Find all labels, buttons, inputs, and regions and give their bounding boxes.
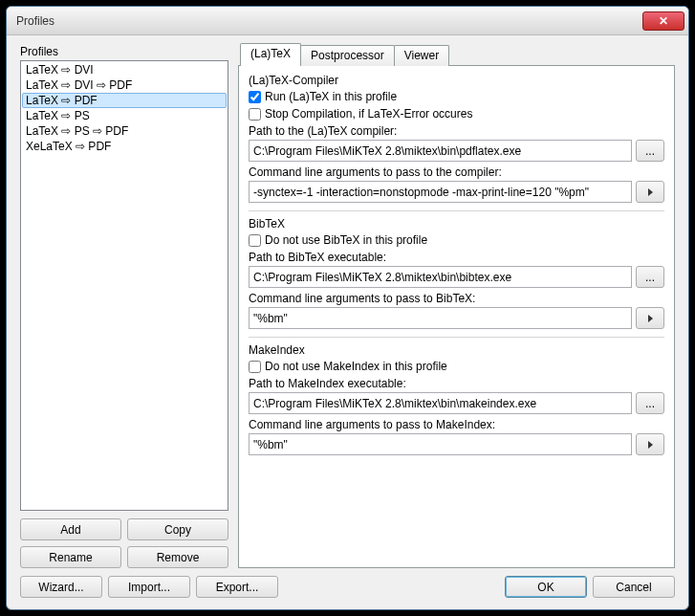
group-title-bibtex: BibTeX [249,217,664,231]
stop-on-error-label: Stop Compilation, if LaTeX-Error occures [265,107,472,121]
bibtex-args-label: Command line arguments to pass to BibTeX… [249,292,664,305]
add-button[interactable]: Add [20,518,121,540]
browse-bibtex-path-button[interactable]: ... [636,266,664,288]
cancel-button[interactable]: Cancel [593,576,675,598]
group-bibtex: BibTeX Do not use BibTeX in this profile… [249,217,664,329]
makeindex-args-input[interactable] [249,433,632,455]
tab-postprocessor[interactable]: Postprocessor [300,45,395,66]
ok-button[interactable]: OK [505,576,587,598]
group-makeindex: MakeIndex Do not use MakeIndex in this p… [249,343,664,455]
group-title-latex: (La)TeX-Compiler [249,74,664,87]
bibtex-args-input[interactable] [249,307,632,329]
skip-bibtex-label: Do not use BibTeX in this profile [265,233,427,247]
tab-latex[interactable]: (La)TeX [240,43,301,66]
makeindex-path-input[interactable] [249,392,632,414]
bibtex-path-row: ... [249,266,664,288]
profiles-dialog: Profiles ✕ Profiles LaTeX ⇨ DVILaTeX ⇨ D… [6,6,689,610]
latex-args-row [249,181,664,203]
bibtex-args-menu-button[interactable] [636,307,664,329]
separator [249,210,664,211]
latex-path-row: ... [249,140,664,162]
tab-bar: (La)TeX Postprocessor Viewer [238,45,675,66]
list-item[interactable]: XeLaTeX ⇨ PDF [22,139,227,154]
rename-button[interactable]: Rename [20,546,121,568]
list-item[interactable]: LaTeX ⇨ DVI [22,62,227,77]
makeindex-args-row [249,433,664,455]
profiles-label: Profiles [20,45,228,58]
ellipsis-icon: ... [645,271,655,284]
ellipsis-icon: ... [645,397,655,410]
browse-makeindex-path-button[interactable]: ... [636,392,664,414]
latex-path-label: Path to the (La)TeX compiler: [249,124,664,138]
group-title-makeindex: MakeIndex [249,343,664,357]
copy-button[interactable]: Copy [127,518,228,540]
wizard-button[interactable]: Wizard... [20,576,102,598]
window-title: Profiles [16,14,642,28]
skip-makeindex-label: Do not use MakeIndex in this profile [265,360,447,373]
main-row: Profiles LaTeX ⇨ DVILaTeX ⇨ DVI ⇨ PDFLaT… [20,45,675,568]
arrow-right-icon [648,315,653,322]
arrow-right-icon [648,188,653,196]
list-item[interactable]: LaTeX ⇨ PS ⇨ PDF [22,123,227,139]
makeindex-path-label: Path to MakeIndex executable: [249,377,664,390]
run-latex-label: Run (La)TeX in this profile [265,90,397,103]
list-item[interactable]: LaTeX ⇨ DVI ⇨ PDF [22,77,227,93]
remove-button[interactable]: Remove [127,546,228,568]
ellipsis-icon: ... [645,144,655,158]
close-icon: ✕ [659,14,668,28]
makeindex-args-menu-button[interactable] [636,433,664,455]
latex-path-input[interactable] [249,140,632,162]
latex-args-menu-button[interactable] [636,181,664,203]
right-column: (La)TeX Postprocessor Viewer (La)TeX-Com… [238,45,675,568]
bibtex-args-row [249,307,664,329]
bibtex-path-input[interactable] [249,266,632,288]
close-button[interactable]: ✕ [642,11,684,31]
makeindex-path-row: ... [249,392,664,414]
stop-on-error-checkbox[interactable] [249,108,261,121]
list-item[interactable]: LaTeX ⇨ PDF [22,93,227,108]
dialog-body: Profiles LaTeX ⇨ DVILaTeX ⇨ DVI ⇨ PDFLaT… [7,35,688,609]
makeindex-args-label: Command line arguments to pass to MakeIn… [249,418,664,431]
latex-args-label: Command line arguments to pass to the co… [249,165,664,179]
skip-bibtex-checkbox[interactable] [249,234,261,247]
stop-on-error-row[interactable]: Stop Compilation, if LaTeX-Error occures [249,107,664,121]
tab-viewer[interactable]: Viewer [394,45,449,66]
group-latex-compiler: (La)TeX-Compiler Run (La)TeX in this pro… [249,74,664,203]
list-item[interactable]: LaTeX ⇨ PS [22,108,227,123]
profile-buttons: Add Copy Rename Remove [20,518,228,568]
tab-page-latex: (La)TeX-Compiler Run (La)TeX in this pro… [238,65,675,568]
import-button[interactable]: Import... [108,576,190,598]
latex-args-input[interactable] [249,181,632,203]
left-column: Profiles LaTeX ⇨ DVILaTeX ⇨ DVI ⇨ PDFLaT… [20,45,228,568]
arrow-right-icon [648,441,653,449]
run-latex-row[interactable]: Run (La)TeX in this profile [249,90,664,103]
skip-makeindex-row[interactable]: Do not use MakeIndex in this profile [249,360,664,373]
separator [249,337,664,338]
skip-bibtex-row[interactable]: Do not use BibTeX in this profile [249,233,664,247]
bottom-button-row: Wizard... Import... Export... OK Cancel [20,576,675,598]
titlebar[interactable]: Profiles ✕ [7,7,688,35]
profiles-listbox[interactable]: LaTeX ⇨ DVILaTeX ⇨ DVI ⇨ PDFLaTeX ⇨ PDFL… [20,60,228,511]
browse-latex-path-button[interactable]: ... [636,140,664,162]
bibtex-path-label: Path to BibTeX executable: [249,251,664,264]
skip-makeindex-checkbox[interactable] [249,361,261,373]
export-button[interactable]: Export... [196,576,278,598]
run-latex-checkbox[interactable] [249,91,261,103]
